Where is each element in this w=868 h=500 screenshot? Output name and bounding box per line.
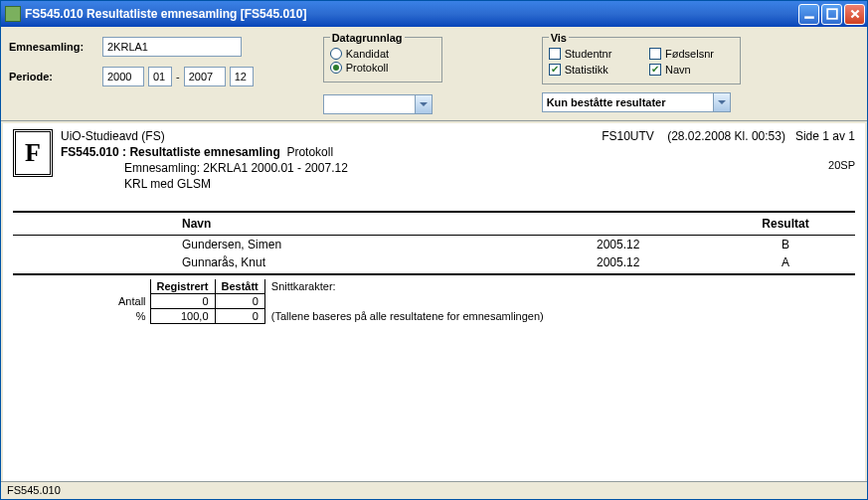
filter-combo-text: Kun beståtte resultater [543,96,713,108]
navn-checkbox-row[interactable]: Navn [649,64,734,76]
parameter-panel: Emnesamling: Periode: - Datagrunnlag Kan… [1,27,867,121]
kandidat-label: Kandidat [346,48,389,60]
table-row: Gundersen, Simen 2005.12 B [13,236,855,253]
year-from-input[interactable] [102,67,144,86]
year-to-input[interactable] [184,67,226,86]
kandidat-radio-row[interactable]: Kandidat [330,48,435,60]
app-icon [5,6,21,22]
navn-label: Navn [665,64,691,76]
emnesamling-input[interactable] [102,37,242,57]
report-timestamp: (28.02.2008 Kl. 00:53) [667,129,785,143]
stats-antall-best: 0 [215,294,264,309]
titlebar: FS545.010 Resultatliste emnesamling [FS5… [1,1,867,27]
close-button[interactable] [844,4,865,25]
status-text: FS545.010 [7,484,61,496]
month-from-input[interactable] [148,67,172,86]
studentnr-label: Studentnr [565,48,612,60]
statusbar: FS545.010 [1,481,867,499]
checkbox-icon [649,48,661,60]
svg-rect-0 [804,16,814,18]
studentnr-checkbox-row[interactable]: Studentnr [549,48,631,60]
stats-antall-label: Antall [112,294,150,309]
app-window: FS545.010 Resultatliste emnesamling [FS5… [0,0,868,500]
fodselsnr-label: Fødselsnr [665,48,714,60]
stats-hdr-best: Bestått [215,279,264,294]
report-sys: FS10UTV [602,129,654,143]
protokoll-label: Protokoll [346,62,389,74]
month-to-input[interactable] [230,67,254,86]
report-mode: Protokoll [286,145,333,159]
stats-pct-best: 0 [215,309,264,324]
window-title: FS545.010 Resultatliste emnesamling [FS5… [25,7,798,21]
report-sp: 20SP [828,159,855,175]
protokoll-radio-row[interactable]: Protokoll [330,62,435,74]
cell-dato: 2005.12 [597,238,716,251]
period-separator: - [176,71,180,83]
cell-navn: Gundersen, Simen [13,238,597,251]
fodselsnr-checkbox-row[interactable]: Fødselsnr [649,48,734,60]
maximize-button[interactable] [821,4,842,25]
svg-rect-1 [827,9,837,19]
datagrunnlag-fieldset: Datagrunnlag Kandidat Protokoll [323,37,442,83]
stats-hdr-snitt: Snittkarakter: [264,279,549,294]
col-navn: Navn [13,217,597,231]
filter-combo[interactable]: Kun beståtte resultater [542,92,731,112]
emnesamling-label: Emnesamling: [9,41,98,53]
periode-label: Periode: [9,71,98,83]
report-code-title: FS545.010 : Resultatliste emnesamling [61,145,280,159]
vis-legend: Vis [549,32,569,44]
stats-pct-reg: 100,0 [150,309,215,324]
col-resultat: Resultat [716,217,855,231]
report-emnesamling-line: Emnesamling: 2KRLA1 2000.01 - 2007.12 [124,161,348,175]
window-controls [798,4,865,25]
cell-dato: 2005.12 [597,255,716,269]
stats-antall-reg: 0 [150,294,215,309]
datagrunnlag-legend: Datagrunnlag [330,32,405,44]
stats-hdr-reg: Registrert [150,279,215,294]
stats-table: Registrert Bestått Snittkarakter: Antall… [112,279,550,324]
report-area: F UiO-Studieavd (FS) FS10UTV (28.02.2008… [3,123,865,485]
radio-icon [330,48,342,60]
cell-navn: Gunnarås, Knut [13,255,597,269]
report-org: UiO-Studieavd (FS) [61,129,165,143]
stats-pct-label: % [112,309,150,324]
radio-icon [330,62,342,74]
vis-fieldset: Vis Studentnr Fødselsnr Statistikk [542,37,741,84]
report-page: Side 1 av 1 [795,129,855,143]
report-description: KRL med GLSM [124,177,855,191]
chevron-down-icon [713,93,730,111]
stats-note: (Tallene baseres på alle resultatene for… [264,309,549,324]
checkbox-icon [549,48,561,60]
statistikk-label: Statistikk [565,64,608,76]
checkbox-icon [649,64,661,76]
minimize-button[interactable] [798,4,819,25]
table-row: Gunnarås, Knut 2005.12 A [13,253,855,271]
report-logo-icon: F [13,129,53,177]
statistikk-checkbox-row[interactable]: Statistikk [549,64,631,76]
cell-kar: A [716,255,855,269]
checkbox-icon [549,64,561,76]
cell-kar: B [716,238,855,251]
result-table-header: Navn Resultat [13,211,855,236]
sort-combo[interactable] [323,94,433,114]
chevron-down-icon [415,95,432,113]
